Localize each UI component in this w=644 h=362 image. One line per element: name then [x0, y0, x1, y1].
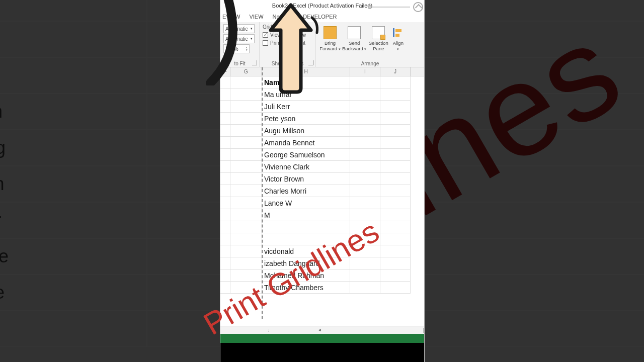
table-row[interactable]: Ma umar: [220, 88, 424, 101]
cell-name[interactable]: Timothy Chambers: [262, 282, 350, 294]
cell[interactable]: [220, 125, 230, 137]
table-row[interactable]: George Samuelson: [220, 149, 424, 161]
cell[interactable]: [220, 185, 230, 197]
cell[interactable]: [230, 125, 262, 137]
cell-name[interactable]: Lance W: [262, 197, 350, 209]
cell[interactable]: [380, 197, 411, 209]
scale-height-dropdown[interactable]: Automatic▾: [223, 34, 255, 43]
cell[interactable]: [350, 76, 380, 88]
dialog-launcher-icon[interactable]: [308, 60, 313, 65]
scroll-left-arrow-icon[interactable]: ◄: [317, 328, 323, 332]
cell-name[interactable]: [262, 221, 350, 233]
dialog-launcher-icon[interactable]: [252, 60, 257, 65]
cell[interactable]: [230, 197, 262, 209]
cell[interactable]: [350, 245, 380, 257]
cell-name[interactable]: M: [262, 209, 350, 221]
col-header-h[interactable]: H: [262, 67, 350, 76]
gridlines-view-checkbox[interactable]: ✓View: [263, 31, 282, 39]
col-header-f[interactable]: F: [220, 67, 230, 76]
cell-name[interactable]: izabeth Dangaard: [262, 257, 350, 269]
cell[interactable]: [350, 233, 380, 245]
cell[interactable]: [220, 88, 230, 101]
cell[interactable]: [380, 88, 411, 101]
cell[interactable]: [350, 113, 380, 125]
tab-view[interactable]: VIEW: [249, 14, 263, 20]
scale-zoom-spinner[interactable]: 100%▴▾: [223, 44, 250, 53]
cell[interactable]: [230, 185, 262, 197]
cell[interactable]: [220, 149, 230, 161]
header-cell-name[interactable]: Name: [262, 76, 350, 88]
cell[interactable]: [220, 233, 230, 245]
table-row[interactable]: Timothy Chambers: [220, 282, 424, 294]
cell[interactable]: [350, 185, 380, 197]
cell[interactable]: [220, 221, 230, 233]
cell[interactable]: [220, 101, 230, 113]
cell[interactable]: [230, 257, 262, 269]
cell[interactable]: [220, 113, 230, 125]
col-header-g[interactable]: G: [230, 67, 262, 76]
cell[interactable]: [230, 149, 262, 161]
cell[interactable]: [380, 113, 411, 125]
table-row[interactable]: Victor Brown: [220, 173, 424, 185]
cell[interactable]: [350, 88, 380, 101]
cell[interactable]: [230, 88, 262, 101]
cell[interactable]: [230, 113, 262, 125]
cell[interactable]: [230, 221, 262, 233]
cell[interactable]: [380, 269, 411, 282]
cell[interactable]: [350, 137, 380, 149]
table-row[interactable]: [220, 221, 424, 233]
cell[interactable]: [380, 149, 411, 161]
table-row[interactable]: Vivienne Clark: [220, 161, 424, 173]
col-header-j[interactable]: J: [380, 67, 411, 76]
cell[interactable]: [230, 233, 262, 245]
cell[interactable]: [230, 282, 262, 294]
cell-name[interactable]: [262, 233, 350, 245]
cell[interactable]: [220, 282, 230, 294]
cell-name[interactable]: Vivienne Clark: [262, 161, 350, 173]
table-row[interactable]: [220, 233, 424, 245]
cell[interactable]: [380, 209, 411, 221]
tab-review[interactable]: EVIEW: [222, 14, 240, 20]
cell-name[interactable]: Victor Brown: [262, 173, 350, 185]
cell[interactable]: [220, 269, 230, 282]
cell[interactable]: [230, 101, 262, 113]
cell[interactable]: [380, 173, 411, 185]
cell[interactable]: [350, 101, 380, 113]
table-row[interactable]: Amanda Bennet: [220, 137, 424, 149]
cell[interactable]: [380, 245, 411, 257]
cell[interactable]: [350, 125, 380, 137]
table-row[interactable]: Lance W: [220, 197, 424, 209]
cell[interactable]: [380, 185, 411, 197]
cell[interactable]: [220, 161, 230, 173]
cell-name[interactable]: George Samuelson: [262, 149, 350, 161]
table-row[interactable]: Mohamed Rahman: [220, 269, 424, 282]
table-row[interactable]: Name: [220, 76, 424, 88]
scale-width-dropdown[interactable]: Automatic▾: [223, 24, 255, 33]
cell[interactable]: [380, 282, 411, 294]
cell[interactable]: [220, 245, 230, 257]
table-row[interactable]: vicdonald: [220, 245, 424, 257]
cell[interactable]: [230, 173, 262, 185]
cell[interactable]: [220, 197, 230, 209]
cell[interactable]: [220, 173, 230, 185]
cell[interactable]: [380, 233, 411, 245]
cell[interactable]: [350, 161, 380, 173]
tab-developer[interactable]: DEVELOPER: [303, 14, 337, 20]
tab-new[interactable]: New Tab: [273, 14, 294, 20]
cell[interactable]: [350, 221, 380, 233]
cell-name[interactable]: Ma umar: [262, 88, 350, 101]
cell[interactable]: [220, 76, 230, 88]
cell[interactable]: [350, 173, 380, 185]
table-row[interactable]: Juli Kerr: [220, 101, 424, 113]
cell[interactable]: [350, 209, 380, 221]
cell-name[interactable]: vicdonald: [262, 245, 350, 257]
cell[interactable]: [350, 257, 380, 269]
cell-name[interactable]: Mohamed Rahman: [262, 269, 350, 282]
zoom-reset-icon[interactable]: [413, 2, 423, 12]
cell[interactable]: [380, 257, 411, 269]
column-headers[interactable]: F G H I J: [220, 67, 424, 76]
cell[interactable]: [350, 197, 380, 209]
cell[interactable]: [230, 161, 262, 173]
cell[interactable]: [220, 257, 230, 269]
cell[interactable]: [380, 161, 411, 173]
